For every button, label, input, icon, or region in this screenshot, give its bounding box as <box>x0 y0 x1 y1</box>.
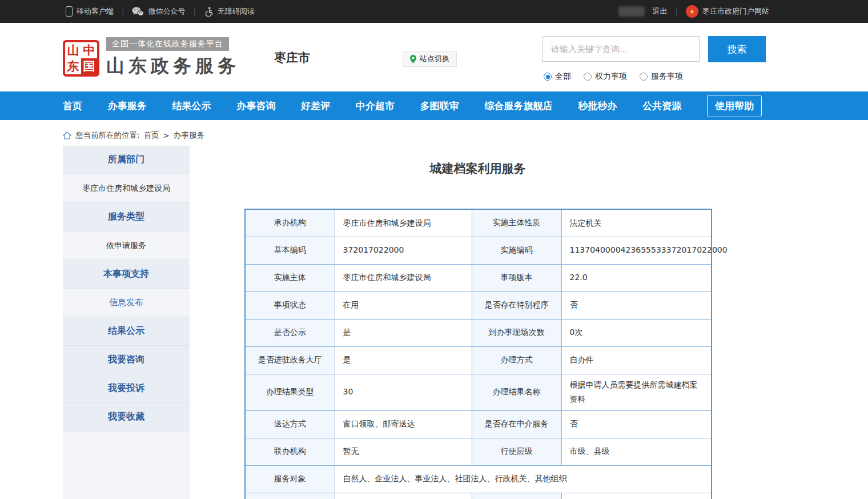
nav-flagship-store[interactable]: 综合服务旗舰店 <box>485 99 553 113</box>
field-label: 承办机构 <box>245 209 335 237</box>
accessibility-icon <box>204 6 214 17</box>
table-row: 是否公示 是 到办事现场次数 0次 <box>245 319 712 346</box>
nav-help-button[interactable]: 使用帮助 <box>707 95 762 117</box>
site-name: 山东政务服务 <box>106 54 240 79</box>
nav-agency-market[interactable]: 中介超市 <box>356 99 395 113</box>
nav-services[interactable]: 办事服务 <box>108 99 147 113</box>
scope-all[interactable]: 全部 <box>544 71 571 82</box>
field-label: 办理方式 <box>472 346 561 374</box>
nav-public-resources[interactable]: 公共资源 <box>642 99 681 113</box>
field-value: 法定机关 <box>561 209 712 237</box>
scope-service-items[interactable]: 服务事项 <box>640 71 683 82</box>
field-value: 否 <box>561 410 712 438</box>
portal-label: 枣庄市政府门户网站 <box>702 6 769 17</box>
field-value: 窗口领取、邮寄送达 <box>335 410 472 438</box>
field-value: 枣庄市住房和城乡建设局 <box>335 209 472 237</box>
field-label: 实施主体性质 <box>472 209 561 237</box>
mobile-client-label: 移动客户端 <box>77 6 114 17</box>
radio-selected-icon[interactable] <box>544 73 552 81</box>
scope-label: 服务事项 <box>651 71 683 82</box>
scope-label: 权力事项 <box>595 71 627 82</box>
field-label: 事项状态 <box>245 292 335 319</box>
field-value: 否 <box>561 292 712 319</box>
main-content: 城建档案利用服务 承办机构 枣庄市住房和城乡建设局 实施主体性质 法定机关 基本… <box>244 146 711 499</box>
sidebar-filler <box>63 432 190 499</box>
site-header: 山 东 中 国 全国一体化在线政务服务平台 山东政务服务 枣庄市 站点切换 搜索… <box>0 23 868 91</box>
accessibility-link[interactable]: 无障碍阅读 <box>204 6 255 17</box>
wechat-icon <box>132 6 144 17</box>
table-row: 承办机构 枣庄市住房和城乡建设局 实施主体性质 法定机关 <box>245 209 712 237</box>
breadcrumb-current[interactable]: 办事服务 <box>174 130 204 141</box>
scope-power-items[interactable]: 权力事项 <box>584 71 627 82</box>
page-title: 城建档案利用服务 <box>244 161 711 177</box>
nav-instant-approval[interactable]: 秒批秒办 <box>578 99 617 113</box>
field-label: 办理结果名称 <box>472 374 561 410</box>
field-value: 自然人、企业法人、事业法人、社团法人、行政机关、其他组织 <box>335 465 712 493</box>
search-input[interactable] <box>542 36 700 62</box>
field-value: 30 <box>335 374 472 410</box>
accessibility-label: 无障碍阅读 <box>218 6 255 17</box>
table-row: 实施主体 枣庄市住房和城乡建设局 事项版本 22.0 <box>245 264 712 292</box>
sidebar-item-info-release[interactable]: 信息发布 <box>63 289 190 317</box>
divider: | <box>676 7 678 16</box>
field-value <box>561 493 712 499</box>
field-value: 0次 <box>561 319 712 346</box>
search-button[interactable]: 搜索 <box>708 36 766 62</box>
field-value: 暂无 <box>335 438 472 465</box>
site-switch-label: 站点切换 <box>420 54 449 64</box>
site-logo[interactable]: 山 东 中 国 全国一体化在线政务服务平台 山东政务服务 <box>63 37 240 79</box>
nav-rating[interactable]: 好差评 <box>301 99 330 113</box>
table-row: 事项状态 在用 是否存在特别程序 否 <box>245 292 712 319</box>
field-value: 1137040000423655533372017022000 <box>561 237 712 264</box>
wechat-link[interactable]: 微信公众号 <box>132 6 185 17</box>
platform-badge: 全国一体化在线政务服务平台 <box>106 37 229 51</box>
mobile-phone-icon <box>66 6 73 17</box>
nav-home[interactable]: 首页 <box>63 99 82 113</box>
field-value: 是 <box>335 319 472 346</box>
logout-button[interactable]: 退出 <box>653 6 668 17</box>
breadcrumb: 您当前所在的位置: 首页 > 办事服务 <box>63 120 805 142</box>
sidebar-item-on-request-service[interactable]: 依申请服务 <box>63 231 190 260</box>
field-label: 联办机构 <box>245 438 335 465</box>
field-value: 枣庄市住房和城乡建设局 <box>335 264 472 292</box>
field-label: 行使层级 <box>472 438 561 465</box>
nav-results[interactable]: 结果公示 <box>172 99 211 113</box>
field-value: 是 <box>335 346 472 374</box>
wechat-label: 微信公众号 <box>148 6 185 17</box>
seal-char: 中 <box>81 42 97 58</box>
nav-multi-review[interactable]: 多图联审 <box>420 99 459 113</box>
site-switch-button[interactable]: 站点切换 <box>403 51 457 67</box>
sidebar-item-department-name[interactable]: 枣庄市住房和城乡建设局 <box>63 174 190 203</box>
breadcrumb-prefix: 您当前所在的位置: <box>75 130 140 141</box>
field-label: 是否公示 <box>245 319 335 346</box>
table-row-partial <box>245 493 712 499</box>
divider: | <box>193 7 195 16</box>
radio-icon[interactable] <box>640 73 648 81</box>
portal-link[interactable]: ★ 枣庄市政府门户网站 <box>686 5 769 18</box>
field-label <box>472 493 561 499</box>
field-value: 自办件 <box>561 346 712 374</box>
search-scope-radios: 全部 权力事项 服务事项 <box>544 71 683 82</box>
top-utility-bar: 移动客户端 | 微信公众号 | <box>0 0 868 23</box>
service-detail-table: 承办机构 枣庄市住房和城乡建设局 实施主体性质 法定机关 基本编码 372017… <box>244 209 712 499</box>
field-value: 市级、县级 <box>561 438 712 465</box>
field-value <box>335 493 472 499</box>
mobile-client-link[interactable]: 移动客户端 <box>66 6 114 17</box>
table-row: 服务对象 自然人、企业法人、事业法人、社团法人、行政机关、其他组织 <box>245 465 712 493</box>
field-label: 是否存在特别程序 <box>472 292 561 319</box>
breadcrumb-home[interactable]: 首页 <box>144 130 159 141</box>
sidebar: 所属部门 枣庄市住房和城乡建设局 服务类型 依申请服务 本事项支持 信息发布 结… <box>63 146 190 499</box>
nav-consult[interactable]: 办事咨询 <box>236 99 275 113</box>
sidebar-item-favorite[interactable]: 我要收藏 <box>63 403 190 432</box>
table-row: 基本编码 372017022000 实施编码 11370400004236555… <box>245 237 712 264</box>
seal-char: 东 <box>65 58 81 74</box>
sidebar-item-result-publicity[interactable]: 结果公示 <box>63 317 190 346</box>
sidebar-item-consult[interactable]: 我要咨询 <box>63 346 190 374</box>
sidebar-item-complaint[interactable]: 我要投诉 <box>63 374 190 403</box>
field-value: 根据申请人员需要提供所需城建档案资料 <box>561 374 712 410</box>
radio-icon[interactable] <box>584 73 592 81</box>
field-label: 是否进驻政务大厅 <box>245 346 335 374</box>
user-name-redacted <box>618 6 645 17</box>
field-label: 到办事现场次数 <box>472 319 561 346</box>
seal-char: 国 <box>81 58 97 74</box>
